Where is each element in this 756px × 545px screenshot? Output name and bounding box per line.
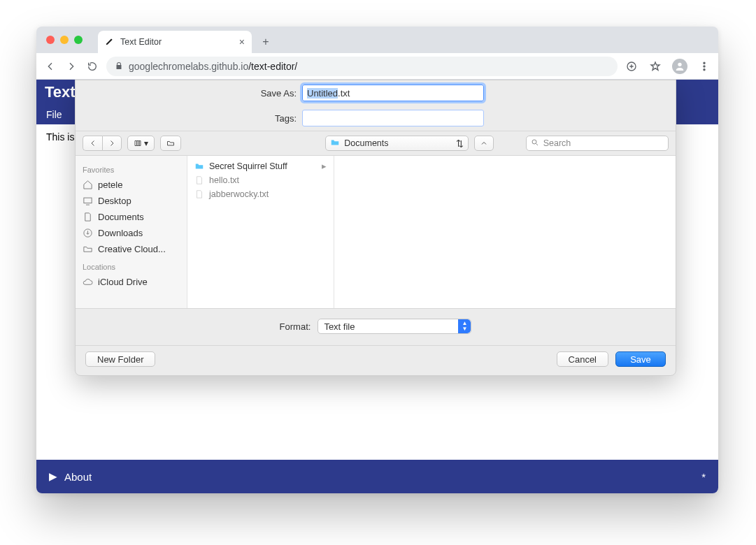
item-label: Secret Squirrel Stuff: [209, 161, 287, 171]
button-label: Save: [630, 354, 651, 365]
lock-icon: [115, 61, 123, 72]
browser-window: Text Editor × + googlechromelabs.github.…: [36, 27, 718, 493]
button-label: New Folder: [97, 354, 143, 365]
sidebar-item-downloads[interactable]: Downloads: [76, 225, 187, 241]
new-folder-button[interactable]: New Folder: [85, 351, 155, 367]
item-label: jabberwocky.txt: [209, 189, 269, 199]
chevron-right-icon: ▸: [322, 161, 327, 171]
format-label: Format:: [280, 321, 311, 332]
new-tab-button[interactable]: +: [256, 32, 276, 52]
sidebar-item-label: Documents: [98, 212, 144, 222]
chevron-updown-icon: ⇅: [456, 138, 464, 149]
save-button[interactable]: Save: [615, 351, 666, 367]
search-placeholder: Search: [543, 138, 571, 148]
tags-input[interactable]: [302, 110, 484, 126]
url-text: googlechromelabs.github.io/text-editor/: [129, 61, 297, 72]
url-host: googlechromelabs.github.io: [129, 61, 248, 72]
svg-point-1: [678, 62, 681, 66]
list-item[interactable]: jabberwocky.txt: [187, 187, 334, 201]
view-mode-button[interactable]: ▾: [127, 136, 155, 151]
filename-input[interactable]: Untitled.txt: [302, 85, 484, 101]
filename-suffix: .txt: [338, 88, 350, 99]
sidebar: Favorites petele Desktop Documents: [76, 156, 187, 308]
button-label: Cancel: [569, 354, 597, 365]
list-item[interactable]: hello.txt: [187, 173, 334, 187]
kebab-menu-icon[interactable]: [697, 59, 711, 73]
app-title-text: Text: [45, 83, 76, 101]
window-controls: [46, 27, 83, 53]
sidebar-item-label: Downloads: [98, 228, 143, 238]
reload-button[interactable]: [85, 59, 99, 73]
minimize-window-button[interactable]: [60, 36, 69, 44]
item-label: hello.txt: [209, 175, 239, 185]
svg-point-4: [704, 68, 705, 70]
sidebar-item-label: petele: [98, 180, 122, 190]
dialog-footer: New Folder Cancel Save: [76, 345, 676, 375]
save-dialog: Save As: Untitled.txt Tags: ▾: [75, 80, 676, 376]
menu-file[interactable]: File: [46, 109, 62, 120]
sidebar-item-documents[interactable]: Documents: [76, 209, 187, 225]
sidebar-item-home[interactable]: petele: [76, 177, 187, 193]
location-label: Documents: [344, 138, 388, 148]
sidebar-item-icloud[interactable]: iCloud Drive: [76, 274, 187, 290]
install-app-icon[interactable]: [625, 59, 639, 73]
bookmark-star-icon[interactable]: [648, 59, 662, 73]
format-value: Text file: [324, 321, 355, 332]
svg-point-2: [704, 62, 705, 64]
column-1: [334, 156, 676, 308]
close-window-button[interactable]: [46, 36, 55, 44]
dialog-toolbar: ▾ Documents ⇅: [76, 131, 676, 155]
disclosure-triangle-icon: ▶: [49, 470, 57, 483]
maximize-window-button[interactable]: [74, 36, 83, 44]
column-0: Secret Squirrel Stuff ▸ hello.txt jabber…: [187, 156, 334, 308]
close-tab-button[interactable]: ×: [239, 36, 245, 48]
sidebar-item-creative-cloud[interactable]: Creative Cloud...: [76, 241, 187, 257]
about-label: About: [64, 471, 92, 483]
forward-button[interactable]: [64, 59, 78, 73]
search-field[interactable]: Search: [526, 136, 669, 151]
pencil-icon: [105, 36, 115, 48]
filename-selected: Untitled: [307, 88, 338, 99]
cancel-button[interactable]: Cancel: [557, 351, 608, 367]
page-content: Text File This is a r ▶ About * Save As:…: [36, 80, 718, 493]
back-button[interactable]: [43, 59, 57, 73]
tags-label: Tags:: [87, 113, 297, 124]
chevron-updown-icon: ▲▼: [458, 319, 471, 333]
sidebar-item-label: iCloud Drive: [98, 277, 148, 287]
profile-avatar-icon[interactable]: [672, 59, 687, 74]
save-as-label: Save As:: [87, 88, 297, 99]
collapse-button[interactable]: [474, 136, 494, 151]
svg-point-5: [532, 140, 536, 144]
sidebar-item-desktop[interactable]: Desktop: [76, 193, 187, 209]
address-bar[interactable]: googlechromelabs.github.io/text-editor/: [106, 57, 618, 76]
location-popup[interactable]: Documents ⇅: [325, 136, 468, 151]
group-button[interactable]: [160, 136, 181, 151]
folder-icon: [330, 138, 340, 150]
modified-indicator: *: [701, 471, 706, 483]
locations-heading: Locations: [76, 257, 187, 274]
format-row: Format: Text file ▲▼: [76, 309, 676, 345]
favorites-heading: Favorites: [76, 160, 187, 177]
search-icon: [531, 138, 539, 149]
url-path: /text-editor/: [248, 61, 297, 72]
sidebar-item-label: Desktop: [98, 196, 131, 206]
file-browser: Favorites petele Desktop Documents: [76, 155, 676, 309]
svg-point-3: [704, 65, 705, 66]
about-footer[interactable]: ▶ About *: [36, 460, 718, 493]
browser-titlebar: Text Editor × +: [36, 27, 718, 53]
format-popup[interactable]: Text file ▲▼: [318, 319, 471, 334]
browser-toolbar: googlechromelabs.github.io/text-editor/: [36, 53, 718, 80]
tab-title: Text Editor: [120, 37, 162, 47]
svg-rect-6: [84, 198, 92, 203]
list-item[interactable]: Secret Squirrel Stuff ▸: [187, 159, 334, 173]
nav-back-button[interactable]: [83, 136, 102, 151]
browser-tab[interactable]: Text Editor ×: [98, 31, 252, 53]
sidebar-item-label: Creative Cloud...: [98, 244, 166, 254]
nav-back-forward: [83, 136, 122, 151]
nav-forward-button[interactable]: [102, 136, 122, 151]
